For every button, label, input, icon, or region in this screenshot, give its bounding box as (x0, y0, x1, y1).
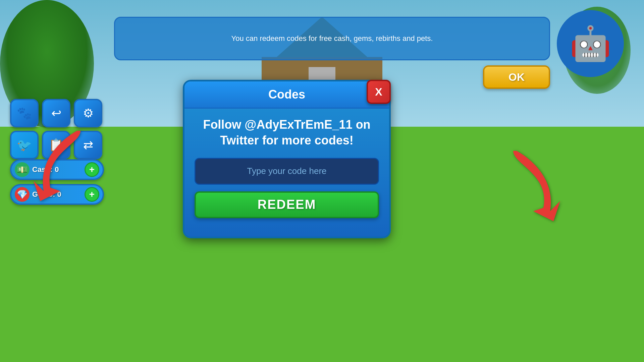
settings-button[interactable]: ⚙ (74, 99, 102, 127)
codes-dialog: X Codes Follow @AdyExTrEmE_11 on Twitter… (183, 80, 391, 238)
cash-bar: 💵 Cash: 0 + (10, 159, 104, 180)
gems-bar: 💎 Gems: 0 + (10, 184, 104, 205)
pets-button[interactable]: 🐾 (10, 99, 39, 127)
codes-icon: 📋 (49, 138, 64, 152)
codes-title-bar: Codes (184, 81, 389, 109)
resource-bars: 💵 Cash: 0 + 💎 Gems: 0 + (10, 159, 104, 205)
gems-label: Gems: 0 (32, 190, 82, 199)
avatar-character: 🤖 (570, 24, 611, 63)
twitter-button[interactable]: 🐦 (10, 131, 39, 159)
follow-text-line2: Twitter for more codes! (220, 133, 353, 147)
follow-text-line1: Follow @AdyExTrEmE_11 on (203, 118, 370, 131)
button-row-2: 🐦 📋 ⇄ (10, 131, 102, 159)
cash-label: Cash: 0 (32, 165, 82, 174)
trade-button[interactable]: ⇄ (74, 131, 102, 159)
codes-title: Codes (268, 87, 305, 101)
follow-text: Follow @AdyExTrEmE_11 on Twitter for mor… (195, 117, 379, 148)
cash-plus-button[interactable]: + (85, 162, 99, 177)
avatar: 🤖 (557, 10, 624, 77)
code-input[interactable] (195, 158, 379, 185)
top-info-text: You can redeem codes for free cash, gems… (231, 34, 433, 43)
close-button[interactable]: X (367, 80, 391, 104)
boost-icon: ↩ (51, 106, 61, 120)
gems-plus-button[interactable]: + (85, 187, 99, 202)
gems-icon: 💎 (15, 187, 30, 202)
twitter-icon: 🐦 (17, 138, 32, 152)
ok-button[interactable]: OK (483, 65, 550, 89)
trade-icon: ⇄ (83, 138, 93, 152)
top-info-bar: You can redeem codes for free cash, gems… (114, 17, 550, 60)
dialog-body: Follow @AdyExTrEmE_11 on Twitter for mor… (184, 109, 389, 227)
boost-button[interactable]: ↩ (42, 99, 70, 127)
pets-icon: 🐾 (17, 106, 32, 120)
button-row-1: 🐾 ↩ ⚙ (10, 99, 102, 127)
codes-button[interactable]: 📋 (42, 131, 70, 159)
redeem-button[interactable]: REDEEM (195, 191, 379, 218)
cash-icon: 💵 (15, 162, 30, 177)
left-button-panel: 🐾 ↩ ⚙ 🐦 📋 ⇄ (10, 99, 102, 159)
gear-icon: ⚙ (83, 106, 94, 120)
